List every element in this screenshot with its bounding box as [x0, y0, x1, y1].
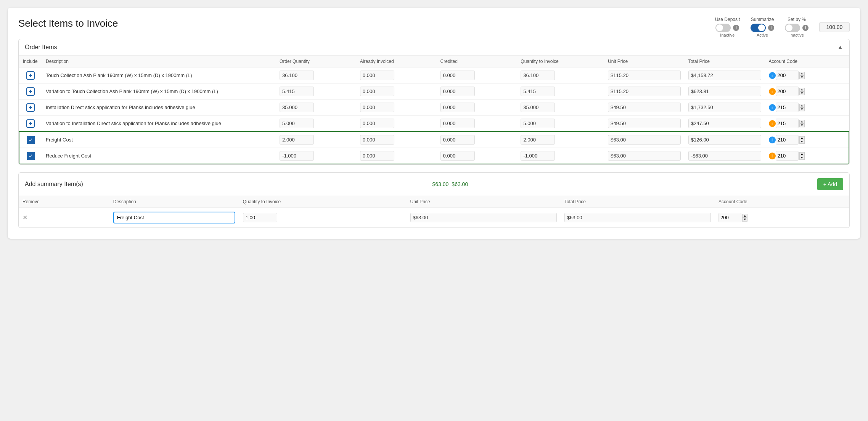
spinner-up[interactable]: ▲ [799, 120, 805, 124]
use-deposit-group: Use Deposit i Inactive [715, 17, 740, 37]
summarize-group: Summarize i Active [751, 17, 774, 37]
account-code-input[interactable] [776, 135, 799, 145]
table-row: +Touch Collection Ash Plank 190mm (W) x … [19, 67, 849, 84]
account-spinner[interactable]: ▲▼ [799, 88, 805, 95]
table-row: +Variation to Touch Collection Ash Plank… [19, 84, 849, 100]
qty_to_invoice-input: -1.000 [521, 151, 555, 161]
use-deposit-info-icon[interactable]: i [733, 25, 739, 31]
credited-input: 0.000 [440, 135, 475, 145]
include-plus-icon[interactable]: + [26, 87, 35, 96]
collapse-button[interactable]: ▲ [837, 44, 843, 51]
qty_to_invoice-input: 2.000 [521, 135, 555, 145]
info-icon[interactable]: i [769, 137, 776, 143]
total-price-display: $1,732.50 [688, 103, 761, 112]
summary-account-spinner[interactable]: ▲▼ [742, 214, 747, 222]
already_invoiced-input: 0.000 [360, 119, 394, 128]
spinner-down[interactable]: ▼ [799, 156, 805, 160]
sum-col-total-price: Total Price [561, 196, 715, 208]
summarize-toggle[interactable] [751, 24, 766, 32]
account-code-input[interactable] [776, 103, 799, 112]
account-spinner[interactable]: ▲▼ [799, 152, 805, 160]
account-code-input[interactable] [776, 87, 799, 96]
spinner-down[interactable]: ▼ [799, 76, 805, 79]
unit-price-display: $49.50 [608, 119, 681, 128]
table-row: +Variation to Installation Direct stick … [19, 116, 849, 132]
spinner-down[interactable]: ▼ [799, 108, 805, 111]
summary-table: Remove Description Quantity to Invoice U… [19, 196, 849, 228]
info-icon[interactable]: i [769, 104, 776, 111]
total-price-display: $126.00 [688, 135, 761, 145]
summary-description-input[interactable] [113, 212, 235, 223]
remove-button[interactable]: ✕ [23, 214, 27, 221]
account-spinner[interactable]: ▲▼ [799, 136, 805, 144]
summary-title: Add summary Item(s) [25, 181, 83, 188]
account-code-input[interactable] [776, 119, 799, 128]
spinner-up[interactable]: ▲ [799, 104, 805, 108]
summarize-info-icon[interactable]: i [768, 25, 774, 31]
order_qty-input: -1.000 [280, 151, 314, 161]
description-cell: Variation to Touch Collection Ash Plank … [42, 84, 276, 100]
account-spinner[interactable]: ▲▼ [799, 104, 805, 111]
summary-header-row: Remove Description Quantity to Invoice U… [19, 196, 849, 208]
spinner-down[interactable]: ▼ [799, 140, 805, 144]
description-cell: Freight Cost [42, 132, 276, 148]
info-icon[interactable]: i [769, 72, 776, 79]
include-plus-icon[interactable]: + [26, 119, 35, 128]
spinner-up[interactable]: ▲ [799, 152, 805, 156]
summary-spinner-up[interactable]: ▲ [742, 214, 747, 218]
account-code-input[interactable] [776, 71, 799, 80]
spinner-up[interactable]: ▲ [799, 88, 805, 92]
summary-account-code-input[interactable] [719, 213, 741, 222]
set-by-toggle[interactable] [785, 24, 800, 32]
set-by-value[interactable]: 100.00 [819, 22, 850, 32]
total-price-display: $247.50 [688, 119, 761, 128]
summary-row: ✕$63.00$63.00▲▼ [19, 208, 849, 228]
summary-total-price: $63.00 [564, 213, 711, 222]
summary-section: Add summary Item(s) $63.00 $63.00 + Add … [18, 172, 850, 228]
summary-spinner-down[interactable]: ▼ [742, 218, 747, 222]
spinner-down[interactable]: ▼ [799, 92, 805, 95]
include-checkbox-checked[interactable]: ✓ [27, 136, 35, 144]
order-items-table: Include Description Order Quantity Alrea… [19, 56, 849, 164]
already_invoiced-input: 0.000 [360, 103, 394, 112]
set-by-info-icon[interactable]: i [802, 25, 809, 31]
include-checkbox-checked[interactable]: ✓ [27, 152, 35, 160]
summary-total2: $63.00 [452, 181, 468, 187]
use-deposit-label: Use Deposit [715, 17, 740, 22]
qty_to_invoice-input: 5.415 [521, 87, 555, 96]
include-plus-icon[interactable]: + [26, 103, 35, 112]
order-items-title: Order Items [25, 44, 57, 51]
use-deposit-toggle[interactable] [715, 24, 731, 32]
table-row: ✓Freight Cost2.0000.0000.0002.000$63.00$… [19, 132, 849, 148]
info-icon[interactable]: i [769, 120, 776, 127]
include-plus-icon[interactable]: + [26, 71, 35, 80]
summary-qty-input[interactable] [243, 213, 277, 222]
info-icon[interactable]: i [769, 153, 776, 159]
account-code-input[interactable] [776, 151, 799, 161]
col-description: Description [42, 56, 276, 67]
add-button[interactable]: + Add [817, 178, 843, 190]
col-unit-price: Unit Price [604, 56, 685, 67]
description-cell: Reduce Freight Cost [42, 148, 276, 164]
order-items-section: Order Items ▲ Include Description Order … [18, 39, 850, 165]
order_qty-input: 36.100 [280, 71, 314, 80]
spinner-up[interactable]: ▲ [799, 136, 805, 140]
order_qty-input: 2.000 [280, 135, 314, 145]
set-by-status: Inactive [789, 33, 804, 37]
sum-col-remove: Remove [19, 196, 109, 208]
summary-unit-price: $63.00 [410, 213, 557, 222]
order-items-header: Order Items ▲ [19, 39, 849, 56]
account-spinner[interactable]: ▲▼ [799, 120, 805, 127]
spinner-up[interactable]: ▲ [799, 72, 805, 76]
unit-price-display: $115.20 [608, 87, 681, 96]
set-by-label: Set by % [788, 17, 806, 22]
unit-price-display: $49.50 [608, 103, 681, 112]
table-row: ✓Reduce Freight Cost-1.0000.0000.000-1.0… [19, 148, 849, 164]
col-total-price: Total Price [685, 56, 765, 67]
spinner-down[interactable]: ▼ [799, 124, 805, 127]
info-icon[interactable]: i [769, 88, 776, 95]
account-spinner[interactable]: ▲▼ [799, 72, 805, 79]
use-deposit-status: Inactive [720, 33, 735, 37]
order_qty-input: 5.415 [280, 87, 314, 96]
set-by-group: Set by % i Inactive [785, 17, 809, 37]
